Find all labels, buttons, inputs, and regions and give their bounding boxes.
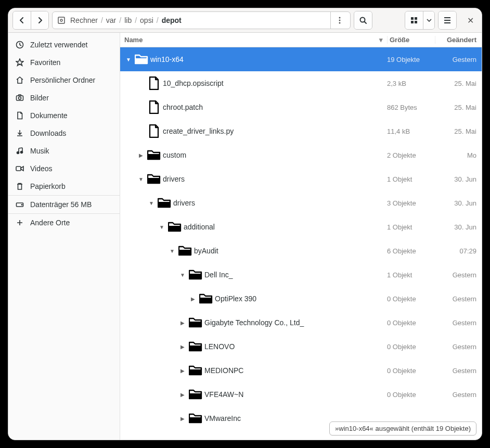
sidebar-item-trash[interactable]: Papierkorb [8,177,120,195]
column-modified[interactable]: Geändert [435,36,482,44]
folder-row[interactable]: ▶ VFE4AW~N 0 Objekte Gestern [120,382,482,406]
sidebar-item-plus[interactable]: Andere Orte [8,214,120,232]
folder-icon [166,221,184,233]
expander-icon[interactable]: ▶ [189,296,197,302]
folder-icon [133,54,150,65]
sidebar-item-drive[interactable]: Datenträger 56 MB [8,195,120,214]
folder-row[interactable]: ▶ OptiPlex 390 0 Objekte Gestern [120,287,482,311]
path-menu-button[interactable] [330,12,348,29]
breadcrumb[interactable]: Rechner / var / lib / opsi / depot [52,11,351,29]
sidebar-item-video[interactable]: Videos [8,160,120,177]
expander-icon[interactable]: ▶ [178,416,187,421]
folder-row[interactable]: ▼ drivers 3 Objekte 30. Jun [120,191,482,215]
chevron-right-icon [37,17,43,23]
row-date: Gestern [435,367,482,375]
row-size: 1 Objekt [387,223,435,231]
forward-button[interactable] [31,11,48,29]
row-size: 2 Objekte [387,151,435,159]
trash-icon [16,182,24,190]
row-date: Gestern [435,391,482,399]
folder-row[interactable]: ▼ additional 1 Objekt 30. Jun [120,215,482,239]
column-size[interactable]: Größe [387,36,435,44]
row-name: Gigabyte Technology Co., Ltd_ [204,318,387,327]
file-list[interactable]: ▼ win10-x64 19 Objekte Gestern 10_dhcp.o… [120,47,482,440]
expander-icon[interactable]: ▶ [137,152,145,158]
search-button[interactable] [354,11,372,29]
row-name: additional [184,223,387,231]
main-panel: Name ▾ Größe Geändert ▼ win10-x64 19 Obj… [120,33,482,440]
breadcrumb-seg-1[interactable]: lib [121,16,135,24]
folder-icon [187,341,204,352]
row-size: 1 Objekt [387,271,435,279]
folder-icon [187,413,204,424]
row-name: 10_dhcp.opsiscript [163,79,387,87]
hamburger-menu-button[interactable] [439,11,456,29]
row-name: OptiPlex 390 [215,295,387,303]
icon-view-button[interactable] [405,11,423,29]
svg-point-18 [21,151,23,153]
folder-row[interactable]: ▼ win10-x64 19 Objekte Gestern [120,47,482,71]
sidebar-item-camera[interactable]: Bilder [8,89,120,107]
file-manager-window: Rechner / var / lib / opsi / depot [8,8,482,440]
sidebar-item-home[interactable]: Persönlicher Ordner [8,71,120,89]
file-row[interactable]: create_driver_links.py 11,4 kB 25. Mai [120,119,482,143]
row-size: 1 Objekt [387,175,435,183]
row-name: byAudit [194,247,387,255]
row-date: Gestern [435,295,482,303]
svg-point-21 [21,204,22,205]
expander-icon[interactable]: ▼ [168,248,176,254]
row-size: 3 Objekte [387,199,435,207]
expander-icon[interactable]: ▼ [147,200,156,206]
toolbar: Rechner / var / lib / opsi / depot [8,8,482,33]
sidebar-item-star[interactable]: Favoriten [8,54,120,71]
grid-icon [410,17,418,24]
disk-icon [58,17,65,24]
folder-row[interactable]: ▶ MEDIONPC 0 Objekte Gestern [120,359,482,382]
row-date: Gestern [435,343,482,351]
expander-icon[interactable]: ▶ [178,320,187,326]
chevron-left-icon [19,17,25,23]
nav-buttons [12,11,49,30]
close-button[interactable]: ✕ [463,13,478,28]
folder-row[interactable]: ▼ drivers 1 Objekt 30. Jun [120,167,482,191]
folder-icon [145,149,163,161]
drive-icon [16,200,24,209]
video-icon [16,164,24,173]
folder-icon [176,245,194,257]
sidebar-item-download[interactable]: Downloads [8,124,120,142]
chevron-down-icon [427,19,432,22]
expander-icon[interactable]: ▼ [178,272,187,278]
view-dropdown-button[interactable] [423,11,434,29]
sidebar-item-document[interactable]: Dokumente [8,107,120,124]
expander-icon[interactable]: ▼ [137,176,145,182]
file-row[interactable]: chroot.patch 862 Bytes 25. Mai [120,95,482,119]
row-name: MEDIONPC [204,366,387,375]
row-name: Dell Inc_ [204,271,387,279]
breadcrumb-seg-2[interactable]: opsi [137,16,157,24]
expander-icon[interactable]: ▼ [158,224,166,230]
folder-row[interactable]: ▶ LENOVO 0 Objekte Gestern [120,335,482,359]
folder-row[interactable]: ▶ custom 2 Objekte Mo [120,143,482,167]
row-date: 25. Mai [435,104,482,111]
sidebar-item-clock[interactable]: Zuletzt verwendet [8,36,120,54]
back-button[interactable] [13,11,31,29]
file-row[interactable]: 10_dhcp.opsiscript 2,3 kB 25. Mai [120,71,482,95]
expander-icon[interactable]: ▼ [124,57,133,62]
breadcrumb-root[interactable]: Rechner [67,16,101,24]
view-controls [405,11,435,30]
folder-row[interactable]: ▼ byAudit 6 Objekte 07:29 [120,239,482,263]
breadcrumb-current[interactable]: depot [159,16,185,24]
expander-icon[interactable]: ▶ [178,344,187,350]
row-date: 25. Mai [435,127,482,135]
sidebar-item-music[interactable]: Musik [8,142,120,160]
expander-icon[interactable]: ▶ [178,392,187,398]
column-name[interactable]: Name ▾ [120,36,387,44]
svg-point-3 [339,20,340,21]
breadcrumb-seg-0[interactable]: var [103,16,119,24]
row-size: 0 Objekte [387,295,435,303]
camera-icon [16,94,24,102]
expander-icon[interactable]: ▶ [178,368,187,374]
folder-row[interactable]: ▼ Dell Inc_ 1 Objekt Gestern [120,263,482,287]
file-icon [145,124,163,138]
folder-row[interactable]: ▶ Gigabyte Technology Co., Ltd_ 0 Objekt… [120,311,482,335]
